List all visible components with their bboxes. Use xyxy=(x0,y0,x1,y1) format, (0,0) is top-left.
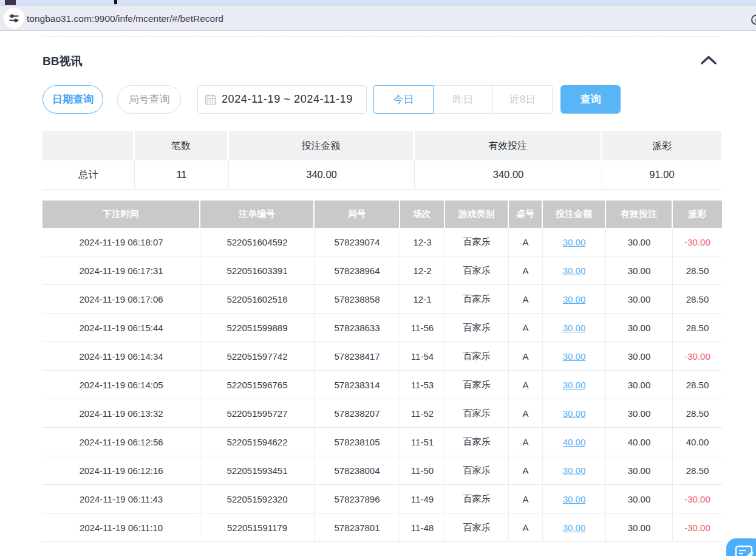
search-button[interactable]: 查询 xyxy=(560,85,621,114)
cell-time: 2024-11-19 06:15:44 xyxy=(43,314,200,342)
table-row: 2024-11-19 06:12:56522051594622578238105… xyxy=(43,428,722,456)
cell-payout: 28.50 xyxy=(673,371,722,399)
cell-table_no: A xyxy=(509,256,543,285)
round-query-button[interactable]: 局号查询 xyxy=(117,85,181,114)
cell-payout: -30.00 xyxy=(673,228,722,256)
cell-payout: 40.00 xyxy=(673,428,722,456)
cell-valid: 30.00 xyxy=(606,342,673,371)
summary-total-label: 总计 xyxy=(43,160,135,190)
bet-table-header-cell-1: 注单编号 xyxy=(200,201,315,228)
browser-address-bar[interactable]: tongbao31.com:9900/infe/mcenter/#/betRec… xyxy=(0,6,756,31)
bet-record-table: 下注时间注单编号局号场次游戏类别桌号投注金额有效投注派彩 2024-11-19 … xyxy=(43,201,722,542)
cell-payout: 28.50 xyxy=(673,456,722,485)
cell-payout: -30.00 xyxy=(673,342,722,371)
date-range-picker[interactable]: 2024-11-19 ~ 2024-11-19 xyxy=(197,85,367,114)
cell-game: 百家乐 xyxy=(445,399,509,428)
summary-payout: 91.00 xyxy=(602,160,721,190)
bet-amount-link[interactable]: 30.00 xyxy=(563,408,586,419)
bet-table-header-cell-3: 场次 xyxy=(400,201,445,228)
cell-table_no: A xyxy=(509,285,543,314)
bet-table-header-cell-8: 派彩 xyxy=(673,201,722,228)
bet-amount-link[interactable]: 30.00 xyxy=(563,237,586,247)
cell-bet: 30.00 xyxy=(543,314,606,342)
table-row: 2024-11-19 06:11:43522051592320578237896… xyxy=(43,485,722,513)
bet-amount-link[interactable]: 30.00 xyxy=(563,266,586,276)
cell-time: 2024-11-19 06:18:07 xyxy=(43,228,200,256)
cell-time: 2024-11-19 06:17:31 xyxy=(43,256,200,285)
cell-session: 11-52 xyxy=(400,399,445,428)
table-row: 2024-11-19 06:17:31522051603391578238964… xyxy=(43,256,722,285)
cell-time: 2024-11-19 06:13:32 xyxy=(43,399,200,428)
cell-table_no: A xyxy=(509,428,543,456)
cell-time: 2024-11-19 06:11:43 xyxy=(43,485,200,513)
cell-round_no: 578238633 xyxy=(315,314,400,342)
cell-bet: 30.00 xyxy=(543,371,606,399)
bet-table-header-cell-5: 桌号 xyxy=(509,201,543,228)
table-row: 2024-11-19 06:13:32522051595727578238207… xyxy=(43,399,722,428)
cell-valid: 30.00 xyxy=(606,285,673,314)
cell-round_no: 578238207 xyxy=(315,399,400,428)
table-row: 2024-11-19 06:17:06522051602516578238858… xyxy=(43,285,722,314)
tab-favicon xyxy=(5,0,16,5)
cell-round_no: 578238004 xyxy=(315,456,400,485)
bet-table-header-cell-6: 投注金额 xyxy=(543,201,606,228)
site-settings-chip[interactable] xyxy=(4,8,24,29)
url-text[interactable]: tongbao31.com:9900/infe/mcenter/#/betRec… xyxy=(27,6,223,31)
cell-game: 百家乐 xyxy=(445,456,509,485)
cell-game: 百家乐 xyxy=(445,485,509,513)
bet-amount-link[interactable]: 30.00 xyxy=(563,465,586,476)
cell-round_no: 578238417 xyxy=(315,342,400,371)
date-range-value[interactable]: 2024-11-19 ~ 2024-11-19 xyxy=(222,93,353,106)
bet-amount-link[interactable]: 30.00 xyxy=(563,380,586,390)
summary-valid-bet: 340.00 xyxy=(415,160,602,190)
cell-payout: 28.50 xyxy=(673,285,722,314)
cell-table_no: A xyxy=(509,342,543,371)
quick-today-button[interactable]: 今日 xyxy=(373,85,434,114)
cell-order_no: 522051603391 xyxy=(200,256,315,285)
cell-order_no: 522051599889 xyxy=(200,314,315,342)
summary-table: 笔数投注金额有效投注派彩 总计 11 340.00 340.00 91.00 xyxy=(43,131,721,190)
cell-bet: 30.00 xyxy=(543,285,606,314)
cell-time: 2024-11-19 06:14:34 xyxy=(43,342,200,371)
cell-valid: 30.00 xyxy=(606,456,673,485)
quick-last8days-button[interactable]: 近8日 xyxy=(493,85,553,114)
cell-order_no: 522051597742 xyxy=(200,342,315,371)
date-query-button[interactable]: 日期查询 xyxy=(43,85,103,114)
quick-yesterday-button[interactable]: 昨日 xyxy=(434,85,493,114)
cell-payout: 28.50 xyxy=(673,314,722,342)
summary-header-cell-4: 派彩 xyxy=(602,131,721,160)
cell-order_no: 522051591179 xyxy=(200,513,315,542)
summary-header-cell-3: 有效投注 xyxy=(415,131,602,160)
calendar-icon xyxy=(205,94,216,105)
cell-payout: -30.00 xyxy=(673,485,722,513)
cell-valid: 30.00 xyxy=(606,256,673,285)
bet-table-header-row: 下注时间注单编号局号场次游戏类别桌号投注金额有效投注派彩 xyxy=(43,201,722,228)
cell-game: 百家乐 xyxy=(445,371,509,399)
cell-table_no: A xyxy=(509,399,543,428)
cell-session: 11-49 xyxy=(400,485,445,513)
cell-order_no: 522051592320 xyxy=(200,485,315,513)
cell-session: 11-50 xyxy=(400,456,445,485)
tune-icon xyxy=(9,13,19,24)
cell-order_no: 522051594622 xyxy=(200,428,315,456)
bet-amount-link[interactable]: 30.00 xyxy=(563,294,586,304)
cell-order_no: 522051593451 xyxy=(200,456,315,485)
table-row: 2024-11-19 06:15:44522051599889578238633… xyxy=(43,314,722,342)
browser-right-icon[interactable] xyxy=(751,15,756,25)
cell-valid: 30.00 xyxy=(606,371,673,399)
cell-time: 2024-11-19 06:17:06 xyxy=(43,285,200,314)
cell-bet: 40.00 xyxy=(543,428,606,456)
cell-session: 11-56 xyxy=(400,314,445,342)
bet-amount-link[interactable]: 30.00 xyxy=(563,523,586,533)
bet-amount-link[interactable]: 40.00 xyxy=(563,437,586,447)
cell-round_no: 578237801 xyxy=(315,513,400,542)
bet-amount-link[interactable]: 30.00 xyxy=(563,494,586,504)
cell-payout: 28.50 xyxy=(673,256,722,285)
cell-payout: -30.00 xyxy=(673,513,722,542)
collapse-button[interactable] xyxy=(700,55,719,68)
table-row: 2024-11-19 06:18:07522051604592578239074… xyxy=(43,228,722,256)
bet-amount-link[interactable]: 30.00 xyxy=(563,351,586,362)
cell-session: 12-3 xyxy=(400,228,445,256)
floating-edit-button[interactable] xyxy=(726,538,756,556)
bet-amount-link[interactable]: 30.00 xyxy=(563,323,586,333)
